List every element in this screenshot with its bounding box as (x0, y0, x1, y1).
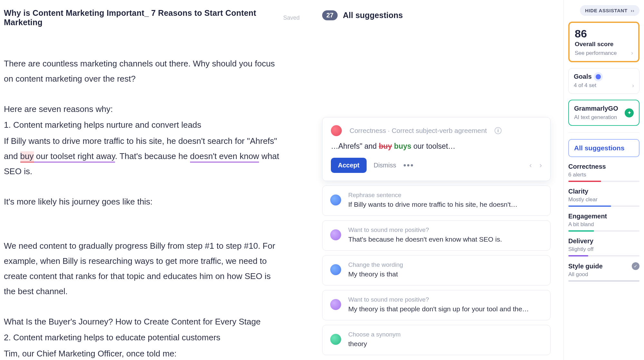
clarity-icon (330, 264, 341, 275)
metric-title: Delivery (568, 237, 639, 245)
suggestion-snippet: My theory is that (348, 270, 543, 278)
list-heading[interactable]: 1. Content marketing helps nurture and c… (4, 117, 284, 133)
suggestion-snippet: theory (348, 340, 543, 348)
suggestion-snippet: My theory is that people don't sign up f… (348, 305, 543, 313)
metric-title: Correctness (568, 163, 639, 170)
document-body[interactable]: There are countless marketing channels o… (4, 56, 284, 360)
info-icon[interactable]: i (495, 127, 502, 134)
metric-sub: A bit bland (568, 221, 639, 228)
engagement-icon (330, 334, 341, 345)
flagged-span[interactable]: doesn't even know (190, 151, 259, 163)
hide-assistant-button[interactable]: HIDE ASSISTANT ›› (580, 5, 639, 16)
suggestion-card[interactable]: Change the wording My theory is that (322, 255, 551, 285)
metric-styleguide[interactable]: Style guide ✓ All good (568, 262, 639, 282)
correction-preview: …Ahrefs" and buy buys our toolset… (331, 142, 542, 151)
metric-title: Clarity (568, 188, 639, 195)
text: . That's because he (115, 151, 190, 161)
suggestion-card[interactable]: Want to sound more positive? My theory i… (322, 290, 551, 320)
suggestion-category: Change the wording (348, 261, 543, 268)
paragraph[interactable]: Here are seven reasons why: (4, 102, 284, 117)
prev-icon[interactable]: ‹ (529, 161, 532, 170)
more-icon[interactable]: ••• (403, 160, 414, 170)
grammarlygo-panel[interactable]: GrammarlyGO AI text generation ✦ (568, 100, 639, 126)
assistant-rail: HIDE ASSISTANT ›› 86 Overall score See p… (563, 0, 644, 360)
text: …Ahrefs" and (331, 142, 379, 150)
sparkle-icon: ✦ (625, 108, 634, 117)
metric-title: Engagement (568, 213, 639, 220)
list-heading[interactable]: 2. Content marketing helps to educate po… (4, 330, 284, 345)
flagged-word[interactable]: buy (20, 151, 34, 163)
suggestion-category: Want to sound more positive? (348, 226, 543, 234)
correctness-icon (331, 125, 342, 136)
metric-sub: Slightly off (568, 246, 639, 253)
paragraph[interactable]: We need content to gradually progress Bi… (4, 238, 284, 299)
chevron-right-icon: › (631, 50, 633, 56)
score-value: 86 (575, 27, 633, 40)
metric-sub: Mostly clear (568, 196, 639, 203)
metric-correctness[interactable]: Correctness 6 alerts (568, 163, 639, 182)
metric-clarity[interactable]: Clarity Mostly clear (568, 188, 639, 207)
metric-title: Style guide (568, 263, 603, 270)
chevron-right-icon: › (632, 82, 634, 89)
suggestions-heading: All suggestions (343, 11, 403, 20)
suggestion-category: Choose a synonym (348, 331, 543, 338)
metric-bar (568, 255, 639, 256)
check-icon: ✓ (632, 262, 639, 270)
metric-engagement[interactable]: Engagement A bit bland (568, 213, 639, 232)
suggestion-category: Want to sound more positive? (348, 296, 543, 303)
suggestion-category: Rephrase sentence (348, 192, 543, 199)
all-suggestions-tab[interactable]: All suggestions (568, 139, 639, 157)
suggestion-snippet: That's because he doesn't even know what… (348, 235, 543, 243)
delivery-icon (330, 229, 341, 240)
score-label: Overall score (575, 41, 633, 48)
paragraph[interactable]: Tim, our Chief Marketing Officer, once t… (4, 346, 284, 360)
delivery-icon (330, 299, 341, 310)
metric-bar (568, 205, 639, 207)
ggo-sub: AI text generation (574, 114, 618, 121)
score-panel[interactable]: 86 Overall score See performance › (568, 22, 639, 62)
divider (568, 132, 639, 133)
editor-pane: Why is Content Marketing Important_ 7 Re… (0, 0, 312, 360)
save-status: Saved (283, 15, 300, 21)
goals-sub: 4 of 4 set (574, 82, 596, 89)
doc-title[interactable]: Why is Content Marketing Important_ 7 Re… (4, 8, 270, 27)
suggestion-count-badge: 27 (322, 10, 338, 20)
suggestion-card[interactable]: Want to sound more positive? That's beca… (322, 220, 551, 251)
hide-assistant-label: HIDE ASSISTANT (585, 8, 628, 13)
metric-sub: 6 alerts (568, 172, 639, 178)
suggestions-pane: 27 All suggestions Correctness · Correct… (312, 0, 563, 360)
insert-word: buys (394, 142, 411, 150)
metric-delivery[interactable]: Delivery Slightly off (568, 237, 639, 256)
strike-word: buy (379, 142, 392, 150)
paragraph[interactable]: It's more likely his journey goes like t… (4, 194, 284, 209)
goals-indicator-icon (596, 74, 601, 79)
metric-sub: All good (568, 271, 639, 278)
suggestion-card-expanded[interactable]: Correctness · Correct subject-verb agree… (322, 117, 551, 181)
metric-bar (568, 230, 639, 232)
flagged-span[interactable]: our toolset right away (34, 151, 115, 163)
paragraph[interactable]: What Is the Buyer's Journey? How to Crea… (4, 314, 284, 329)
suggestion-snippet: If Billy wants to drive more traffic to … (348, 201, 543, 208)
suggestion-card[interactable]: Choose a synonym theory (322, 325, 551, 355)
dismiss-button[interactable]: Dismiss (374, 162, 396, 169)
next-icon[interactable]: › (540, 161, 542, 170)
metric-bar (568, 181, 639, 182)
chevrons-right-icon: ›› (631, 8, 634, 13)
metric-bar (568, 280, 639, 282)
goals-panel[interactable]: Goals 4 of 4 set › (568, 68, 639, 94)
ggo-title: GrammarlyGO (574, 105, 618, 112)
suggestion-category: Correctness · Correct subject-verb agree… (350, 127, 487, 135)
suggestion-card[interactable]: Rephrase sentence If Billy wants to driv… (322, 185, 551, 216)
accept-button[interactable]: Accept (331, 158, 367, 173)
clarity-icon (330, 195, 341, 205)
paragraph[interactable]: If Billy wants to drive more traffic to … (4, 134, 284, 179)
see-performance-link[interactable]: See performance (575, 50, 617, 56)
goals-title: Goals (574, 73, 592, 80)
text: our toolset… (413, 142, 455, 150)
paragraph[interactable]: There are countless marketing channels o… (4, 56, 284, 86)
